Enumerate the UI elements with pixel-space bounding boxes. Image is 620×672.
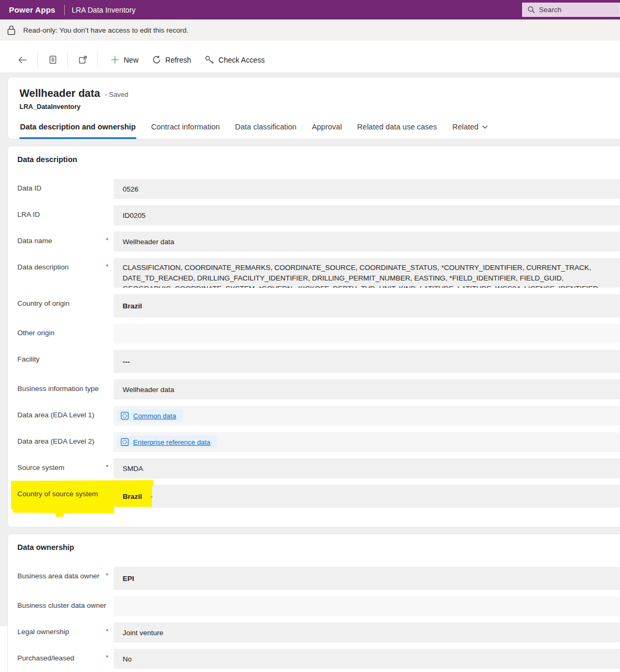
tab-related[interactable]: Related [452, 119, 488, 139]
required-asterisk: * [106, 628, 108, 636]
page-title: Wellheader data [19, 87, 100, 99]
field-row-business-cluster-data-owner: Business cluster data owner [17, 596, 620, 616]
refresh-icon [152, 55, 161, 64]
field-label-other-origin: Other origin [17, 329, 55, 337]
search-box[interactable] [522, 3, 620, 17]
tab-label: Contract information [151, 123, 220, 131]
record-header-card: Wellheader data - Saved LRA_DataInventor… [7, 77, 620, 139]
lookup-pill: Enterprise reference data [117, 436, 217, 448]
key-icon [205, 55, 214, 65]
tab-data-classification[interactable]: Data classification [235, 119, 297, 139]
field-row-data-description: Data description * CLASSIFICATION, COORD… [17, 258, 620, 288]
back-button[interactable] [14, 51, 32, 69]
check-access-button-label: Check Access [218, 56, 265, 64]
field-row-business-information-type: Business information type Wellheader dat… [17, 379, 620, 399]
required-asterisk: * [106, 263, 108, 272]
refresh-button[interactable]: Refresh [145, 51, 198, 69]
field-value-data-id[interactable]: 0526 [114, 179, 620, 199]
field-value-data-name[interactable]: Wellheader data [114, 232, 620, 252]
field-value-business-area-data-owner[interactable]: EPI [114, 567, 620, 590]
field-text-country-of-source-system: Brazil [123, 493, 142, 500]
field-label-country-of-source-system: Country of source system [17, 490, 98, 498]
field-row-purchased-leased: Purchased/leased * No [17, 649, 620, 669]
power-apps-logo[interactable]: Power Apps [0, 5, 64, 14]
back-arrow-icon [18, 56, 27, 64]
field-value-facility[interactable]: --- [114, 350, 620, 373]
field-value-data-description[interactable]: CLASSIFICATION, COORDINATE_REMARKS, COOR… [114, 258, 620, 288]
refresh-button-label: Refresh [165, 56, 191, 64]
lookup-link-data-area-eda-level-1[interactable]: Common data [133, 412, 176, 420]
field-row-business-area-data-owner: Business area data owner * EPI [17, 567, 620, 590]
popout-button[interactable] [74, 51, 92, 69]
field-label-legal-ownership: Legal ownership [17, 628, 69, 636]
field-label-source-system: Source system [17, 464, 64, 472]
field-text-business-information-type: Wellheader data [123, 386, 174, 394]
section-title: Data description [17, 155, 620, 164]
tab-related-data-use-cases[interactable]: Related data use cases [357, 119, 438, 139]
field-value-country-of-origin[interactable]: Brazil [114, 294, 620, 317]
tab-label: Data classification [235, 123, 297, 131]
field-label-business-cluster-data-owner: Business cluster data owner [17, 601, 106, 610]
command-bar: New Refresh Check Access [0, 47, 620, 73]
tab-label: Approval [312, 123, 342, 131]
section-data-description: Data description Data ID 0526 LRA ID ID0… [7, 146, 620, 527]
field-row-legal-ownership: Legal ownership * Joint venture [17, 623, 620, 643]
field-label-data-id: Data ID [17, 184, 42, 193]
field-label-data-description: Data description [17, 263, 69, 272]
field-label-purchased-leased: Purchased/leased [17, 654, 74, 663]
search-icon [527, 6, 535, 14]
tab-label: Related data use cases [357, 123, 437, 131]
field-row-source-system: Source system * SMDA [17, 458, 620, 478]
new-button[interactable]: New [104, 51, 145, 69]
field-value-purchased-leased[interactable]: No [114, 649, 620, 669]
field-row-facility: Facility --- [17, 350, 620, 373]
lock-icon [6, 25, 16, 36]
field-label-business-area-data-owner: Business area data owner [17, 572, 99, 580]
field-value-source-system[interactable]: SMDA [114, 458, 620, 478]
tab-data-description-and-ownership[interactable]: Data description and ownership [19, 119, 136, 139]
readonly-message: Read-only: You don't have access to edit… [23, 26, 188, 34]
field-text-business-area-data-owner: EPI [123, 575, 134, 583]
header-divider [64, 5, 65, 15]
required-asterisk: * [106, 464, 108, 472]
form-icon [48, 55, 57, 64]
field-value-data-area-eda-level-1[interactable]: Common data [114, 406, 620, 426]
field-value-legal-ownership[interactable]: Joint venture [114, 623, 620, 643]
field-value-data-area-eda-level-2[interactable]: Enterprise reference data [114, 432, 620, 452]
field-value-country-of-source-system[interactable]: Brazil - [114, 485, 620, 508]
section-title: Data ownership [17, 543, 620, 551]
field-value-lra-id[interactable]: ID0205 [114, 205, 620, 225]
field-value-business-information-type[interactable]: Wellheader data [114, 379, 620, 399]
lookup-link-data-area-eda-level-2[interactable]: Enterprise reference data [133, 438, 211, 446]
field-row-lra-id: LRA ID ID0205 [17, 205, 620, 225]
field-value-business-cluster-data-owner[interactable] [114, 596, 620, 616]
readonly-banner: Read-only: You don't have access to edit… [0, 19, 620, 41]
page-content: Wellheader data - Saved LRA_DataInventor… [0, 73, 620, 626]
check-access-button[interactable]: Check Access [198, 51, 272, 69]
field-label-data-area-eda-level-1: Data area (EDA Level 1) [17, 411, 94, 419]
field-text-source-system: SMDA [123, 465, 143, 473]
popout-icon [78, 55, 87, 64]
entity-name: LRA_DataInventory [19, 103, 620, 111]
field-text-country-of-origin: Brazil [123, 302, 142, 310]
field-label-data-area-eda-level-2: Data area (EDA Level 2) [17, 437, 94, 446]
form-switcher-button[interactable] [44, 51, 62, 69]
field-text-legal-ownership: Joint venture [123, 629, 163, 637]
app-title[interactable]: LRA Data Inventory [72, 6, 135, 14]
field-text-data-description: CLASSIFICATION, COORDINATE_REMARKS, COOR… [123, 263, 611, 288]
save-status: - Saved [105, 91, 128, 98]
tab-approval[interactable]: Approval [311, 119, 342, 139]
field-row-other-origin: Other origin [17, 324, 620, 344]
field-label-facility: Facility [17, 355, 39, 364]
tab-contract-information[interactable]: Contract information [151, 119, 221, 139]
field-text-data-id: 0526 [123, 185, 138, 193]
command-divider [37, 53, 38, 67]
field-row-data-area-eda-level-1: Data area (EDA Level 1) Common data [17, 406, 620, 426]
required-asterisk: * [106, 654, 108, 663]
field-row-data-id: Data ID 0526 [17, 179, 620, 199]
field-value-other-origin[interactable] [114, 324, 620, 344]
form-tabs: Data description and ownership Contract … [19, 119, 620, 139]
field-text-data-name: Wellheader data [123, 238, 174, 246]
required-asterisk: * [106, 237, 108, 245]
search-input[interactable] [539, 6, 602, 14]
